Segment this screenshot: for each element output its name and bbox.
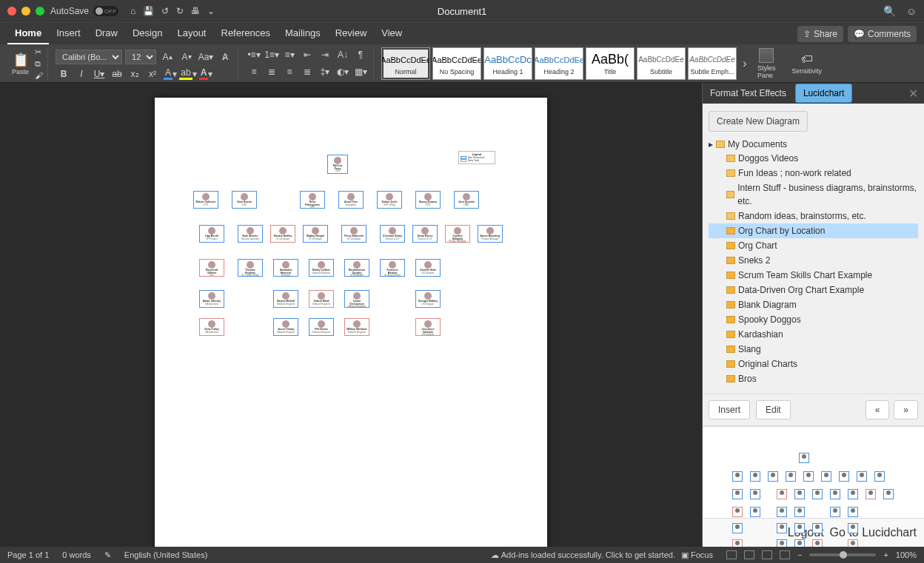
grow-font-icon[interactable]: A▴	[159, 50, 175, 64]
styles-pane-button[interactable]: Styles Pane	[753, 48, 780, 79]
cut-icon[interactable]: ✂	[35, 47, 43, 57]
tab-lucidchart[interactable]: Lucidchart	[795, 84, 852, 103]
show-marks-icon[interactable]: ¶	[352, 47, 369, 62]
style-title[interactable]: AaBb(Title	[586, 47, 635, 80]
underline-button[interactable]: U▾	[91, 67, 107, 81]
save-icon[interactable]: 💾	[143, 6, 154, 16]
prev-page-button[interactable]: «	[866, 400, 890, 419]
ribbon-tab-references[interactable]: References	[214, 23, 278, 44]
ribbon-tab-mailings[interactable]: Mailings	[278, 23, 328, 44]
print-icon[interactable]: 🖶	[191, 6, 200, 16]
close-sidebar-icon[interactable]: ✕	[903, 87, 924, 101]
tree-item[interactable]: Original Charts	[709, 357, 918, 371]
qat-customize-icon[interactable]: ⌄	[207, 6, 215, 16]
addins-message[interactable]: ☁ Add-ins loaded successfully. Click to …	[491, 550, 675, 560]
minimize-window-button[interactable]	[21, 7, 30, 16]
format-painter-icon[interactable]: 🖌	[35, 71, 43, 80]
outdent-icon[interactable]: ⇤	[299, 47, 315, 62]
search-icon[interactable]: 🔍	[883, 5, 896, 17]
numbering-icon[interactable]: 1≡▾	[264, 47, 280, 62]
tree-item[interactable]: Org Chart	[709, 238, 918, 253]
edit-button[interactable]: Edit	[756, 400, 791, 419]
italic-button[interactable]: I	[73, 67, 90, 81]
view-draft-icon[interactable]	[780, 550, 790, 559]
tree-item[interactable]: Scrum Team Skills Chart Example	[709, 268, 918, 283]
highlight-button[interactable]: ab▾	[180, 67, 196, 81]
goto-lucidchart-button[interactable]: Go to Lucidchart	[830, 526, 917, 539]
ribbon-tab-layout[interactable]: Layout	[170, 23, 213, 44]
style-heading-1[interactable]: AaBbCcDcHeading 1	[483, 47, 532, 80]
tree-item[interactable]: Random ideas, brainstorms, etc.	[709, 209, 918, 223]
tree-item[interactable]: Bros	[709, 371, 918, 386]
justify-icon[interactable]: ≣	[299, 64, 315, 79]
shading-icon[interactable]: ◐▾	[335, 64, 351, 79]
word-count[interactable]: 0 words	[62, 550, 91, 559]
superscript-button[interactable]: x²	[144, 67, 161, 81]
tree-item[interactable]: Doggos Videos	[709, 151, 918, 166]
style-subtle-emph-[interactable]: AaBbCcDdEeSubtle Emph...	[688, 47, 737, 80]
strike-button[interactable]: ab	[109, 67, 125, 81]
align-center-icon[interactable]: ≣	[264, 64, 280, 79]
styles-more-icon[interactable]: ›	[740, 57, 750, 70]
ribbon-tab-home[interactable]: Home	[7, 23, 49, 44]
style-no-spacing[interactable]: AaBbCcDdEeNo Spacing	[432, 47, 481, 80]
page-indicator[interactable]: Page 1 of 1	[7, 550, 49, 559]
paste-icon[interactable]: 📋	[13, 52, 29, 68]
ribbon-tab-draw[interactable]: Draw	[88, 23, 125, 44]
shrink-font-icon[interactable]: A▾	[178, 50, 195, 64]
ribbon-tab-review[interactable]: Review	[328, 23, 375, 44]
maximize-window-button[interactable]	[36, 7, 44, 16]
sort-icon[interactable]: A↓	[335, 47, 351, 62]
text-effects-icon[interactable]: A▾	[162, 67, 178, 81]
view-outline-icon[interactable]	[762, 550, 772, 559]
close-window-button[interactable]	[7, 7, 16, 16]
multilevel-icon[interactable]: ≡▾	[281, 47, 298, 62]
tree-item[interactable]: Fun Ideas ; non-work related	[709, 166, 918, 181]
zoom-out-button[interactable]: −	[797, 550, 802, 559]
tree-item[interactable]: Intern Stuff - business diagrams, brains…	[709, 181, 918, 209]
tree-item[interactable]: Spooky Doggos	[709, 312, 918, 327]
tree-item[interactable]: Sneks 2	[709, 253, 918, 268]
tab-format-effects[interactable]: Format Text Effects	[703, 84, 794, 102]
style-heading-2[interactable]: AaBbCcDdEeHeading 2	[535, 47, 583, 80]
account-icon[interactable]: ☺	[906, 5, 917, 17]
focus-mode-button[interactable]: ▣ Focus	[681, 550, 713, 560]
document-area[interactable]: Melissa PerryCEOLegendSan FranciscoNew Y…	[0, 83, 702, 547]
create-diagram-button[interactable]: Create New Diagram	[709, 111, 808, 132]
spellcheck-icon[interactable]: ✎	[104, 550, 111, 560]
view-web-icon[interactable]	[744, 550, 754, 559]
clear-format-icon[interactable]: A̷	[217, 50, 233, 64]
line-spacing-icon[interactable]: ‡▾	[317, 64, 333, 79]
borders-icon[interactable]: ▦▾	[352, 64, 369, 79]
autosave-toggle[interactable]: OFF	[93, 6, 118, 16]
sensitivity-button[interactable]: 🏷︎Sensitivity	[788, 53, 827, 75]
tree-item[interactable]: Kardashian	[709, 327, 918, 342]
align-left-icon[interactable]: ≡	[246, 64, 262, 79]
font-family-dropdown[interactable]: Calibri (Bo...	[56, 50, 122, 64]
undo-icon[interactable]: ↺	[161, 6, 169, 16]
insert-button[interactable]: Insert	[709, 400, 750, 419]
bullets-icon[interactable]: •≡▾	[246, 47, 262, 62]
zoom-in-button[interactable]: +	[883, 550, 888, 559]
tree-item[interactable]: Slang	[709, 342, 918, 357]
comments-button[interactable]: 💬 Comments	[848, 26, 917, 42]
tree-item[interactable]: Data-Driven Org Chart Example	[709, 283, 918, 297]
ribbon-tab-insert[interactable]: Insert	[49, 23, 88, 44]
zoom-level[interactable]: 100%	[896, 550, 917, 559]
style-subtitle[interactable]: AaBbCcDdEeSubtitle	[637, 47, 686, 80]
tree-item[interactable]: Org Chart by Location	[709, 223, 918, 238]
share-button[interactable]: ⇪ Share	[797, 26, 843, 42]
subscript-button[interactable]: x₂	[127, 67, 143, 81]
view-print-icon[interactable]	[726, 550, 737, 559]
style-normal[interactable]: AaBbCcDdEeNormal	[381, 47, 430, 80]
font-color-button[interactable]: A▾	[198, 67, 214, 81]
my-documents-folder[interactable]: ▸ My Documents	[709, 138, 918, 151]
indent-icon[interactable]: ⇥	[317, 47, 333, 62]
language-indicator[interactable]: English (United States)	[124, 550, 208, 559]
tree-item[interactable]: Blank Diagram	[709, 297, 918, 312]
redo-icon[interactable]: ↻	[176, 6, 184, 16]
copy-icon[interactable]: ⧉	[35, 59, 43, 69]
next-page-button[interactable]: »	[894, 400, 918, 419]
font-size-dropdown[interactable]: 12	[125, 50, 156, 64]
home-icon[interactable]: ⌂	[130, 6, 135, 16]
